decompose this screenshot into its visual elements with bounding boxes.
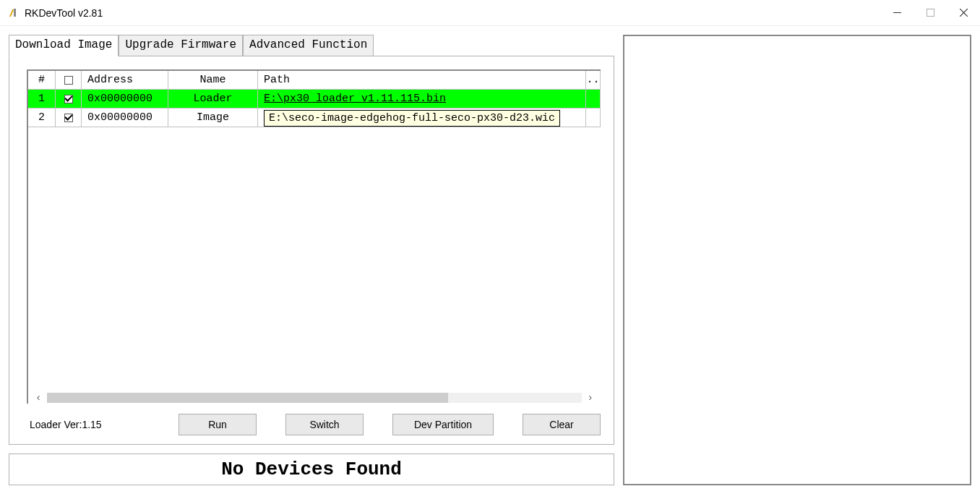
- client-area: Download Image Upgrade Firmware Advanced…: [0, 26, 980, 494]
- header-name[interactable]: Name: [168, 71, 258, 90]
- tab-advanced-function[interactable]: Advanced Function: [243, 35, 374, 56]
- header-checkbox[interactable]: [56, 71, 82, 90]
- header-address[interactable]: Address: [82, 71, 168, 90]
- scrollbar-track[interactable]: [47, 393, 581, 403]
- table-body: 1 0x00000000 Loader E:\px30_loader_v1.11…: [28, 90, 601, 391]
- horizontal-scrollbar[interactable]: ‹ ›: [28, 391, 601, 404]
- header-extra[interactable]: ..: [586, 71, 601, 90]
- device-status: No Devices Found: [9, 453, 614, 485]
- app-icon: [7, 7, 19, 19]
- action-row: Loader Ver:1.15 Run Switch Dev Partition…: [27, 404, 601, 435]
- cell-num: 1: [28, 90, 56, 108]
- cell-name[interactable]: Image: [168, 108, 258, 127]
- maximize-button[interactable]: [914, 0, 947, 26]
- window-controls: [880, 0, 980, 26]
- scroll-right-icon[interactable]: ›: [585, 392, 596, 404]
- svg-rect-1: [927, 9, 934, 17]
- download-table: # Address Name Path .. 1: [27, 69, 601, 404]
- header-checkbox-icon[interactable]: [64, 76, 73, 85]
- cell-address[interactable]: 0x00000000: [82, 108, 168, 127]
- header-num[interactable]: #: [28, 71, 56, 90]
- cell-path[interactable]: E:\px30_loader_v1.11.115.bin: [258, 90, 586, 108]
- scroll-left-icon[interactable]: ‹: [33, 392, 44, 404]
- table-header: # Address Name Path ..: [28, 71, 601, 90]
- checkbox-icon[interactable]: [64, 95, 73, 103]
- tab-content: # Address Name Path .. 1: [9, 56, 614, 445]
- loader-version-label: Loader Ver:1.15: [27, 419, 150, 430]
- titlebar: RKDevTool v2.81: [0, 0, 980, 26]
- cell-name[interactable]: Loader: [168, 90, 258, 108]
- svg-rect-0: [14, 9, 16, 17]
- close-button[interactable]: [947, 0, 980, 26]
- scrollbar-thumb[interactable]: [47, 393, 447, 403]
- cell-checkbox[interactable]: [56, 90, 82, 108]
- switch-button[interactable]: Switch: [285, 414, 364, 435]
- app-window: RKDevTool v2.81 Download Image Upgrade F…: [0, 0, 980, 494]
- table-row[interactable]: 1 0x00000000 Loader E:\px30_loader_v1.11…: [28, 90, 601, 108]
- log-panel[interactable]: [623, 35, 971, 485]
- tab-row: Download Image Upgrade Firmware Advanced…: [9, 35, 614, 56]
- cell-extra[interactable]: [586, 90, 601, 108]
- cell-checkbox[interactable]: [56, 108, 82, 127]
- path-tooltip: E:\seco-image-edgehog-full-seco-px30-d23…: [264, 110, 560, 127]
- clear-button[interactable]: Clear: [523, 414, 601, 435]
- tab-upgrade-firmware[interactable]: Upgrade Firmware: [119, 35, 243, 56]
- checkbox-icon[interactable]: [64, 114, 73, 122]
- header-path[interactable]: Path: [258, 71, 586, 90]
- tab-download-image[interactable]: Download Image: [9, 35, 119, 56]
- dev-partition-button[interactable]: Dev Partition: [392, 414, 494, 435]
- run-button[interactable]: Run: [179, 414, 257, 435]
- cell-num: 2: [28, 108, 56, 127]
- cell-extra[interactable]: [586, 108, 601, 127]
- cell-address[interactable]: 0x00000000: [82, 90, 168, 108]
- left-panel: Download Image Upgrade Firmware Advanced…: [9, 35, 614, 485]
- minimize-button[interactable]: [880, 0, 914, 26]
- window-title: RKDevTool v2.81: [25, 7, 880, 19]
